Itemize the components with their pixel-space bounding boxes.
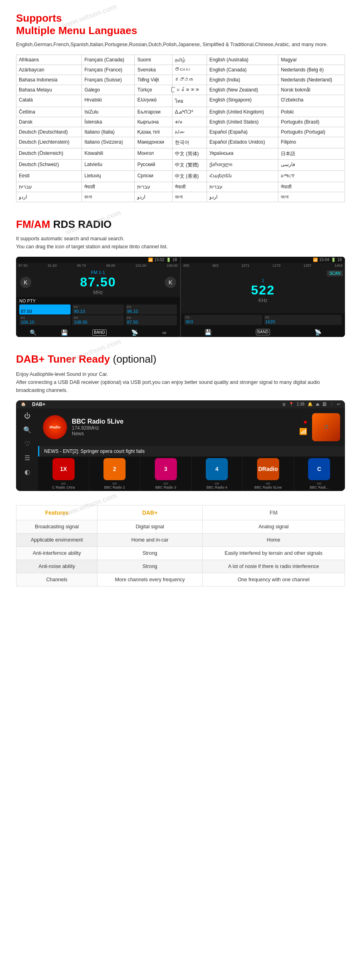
lang-cell-6-2: Кыргызча <box>135 117 172 127</box>
dab-back-icon: ↩ <box>337 402 340 406</box>
dab-list-icon[interactable]: ☰ <box>24 454 30 462</box>
dab-brightness-icon[interactable]: ◐ <box>24 468 30 476</box>
dab-time: 1:38 <box>297 402 304 406</box>
lang-cell-6-3: ቀ/ሀ <box>172 117 207 127</box>
comparison-cell-1-0: Applicable environment <box>16 533 97 546</box>
dab-logo-text: iRadio <box>49 425 61 429</box>
fm-tool-more[interactable]: ∞ <box>162 329 166 336</box>
comparison-cell-1-2: Home <box>203 533 345 546</box>
dab-search-icon[interactable]: 🔍 <box>23 426 31 434</box>
comparison-table: Features DAB+ FM Broadcasting signalDigi… <box>16 505 345 586</box>
am-preset-5[interactable]: P5 1620 <box>264 315 342 325</box>
dab-channel-badge-5: 0/0 <box>317 482 321 485</box>
fm-preset-4[interactable]: P4 106.10 <box>19 315 71 325</box>
dab-eject-icon: ⏏ <box>316 402 319 406</box>
lang-cell-1-3: తెలుగు <box>172 65 207 75</box>
dab-volume-icon: 🔔 <box>308 402 312 406</box>
dab-channel-4[interactable]: DRadio0/0BBC Radio 5Live <box>243 457 294 491</box>
lang-cell-0-5: Magyar <box>278 55 345 65</box>
lang-cell-6-4: English (United States) <box>207 117 278 127</box>
fm-prev-btn[interactable]: K <box>20 277 31 288</box>
fm-tool-search[interactable]: 🔍 <box>30 329 37 336</box>
dab-channel-name-5: BBC Radi... <box>310 485 329 489</box>
dab-channel-5[interactable]: C0/0BBC Radi... <box>294 457 345 491</box>
dab-channel-name-3: BBC Radio 4 <box>207 485 227 489</box>
am-time: 15:04 <box>319 258 329 262</box>
fm-toolbar: 🔍 💾 BAND 📡 ∞ <box>16 328 180 337</box>
lang-cell-1-2: Svenska <box>135 65 172 75</box>
dab-app-title: DAB+ <box>32 402 45 407</box>
fm-unit: MHz <box>31 290 165 295</box>
dab-channel-2[interactable]: 30/0BBC Radio 3 <box>140 457 192 491</box>
dab-bluetooth-icon: ψ <box>282 402 285 406</box>
dab-heart-icon[interactable]: ♥ <box>304 419 308 426</box>
lang-cell-13-0: اردو <box>16 192 82 202</box>
dab-station-logo: iRadio <box>43 415 67 439</box>
lang-cell-4-2: Ελληνικά <box>135 95 172 107</box>
lang-cell-0-1: Français (Canada) <box>82 55 135 65</box>
lang-cell-9-2: Монгол <box>135 148 172 159</box>
lang-cell-3-3: မြန်မာဘာသာ <box>172 85 207 95</box>
am-battery-val: 18 <box>337 258 342 262</box>
am-preset-2[interactable]: P2 603 <box>184 315 262 325</box>
lang-cell-2-0: Bahasa Indonesia <box>16 75 82 85</box>
lang-cell-10-2: Русский <box>135 159 172 170</box>
am-station-label: 1 <box>185 278 341 283</box>
am-scan-btn[interactable]: SCAN <box>327 270 343 276</box>
lang-cell-5-1: IsiZulu <box>82 107 135 117</box>
lang-cell-5-2: Български <box>135 107 172 117</box>
fm-presets: NO PTY P1 87.50 P2 90.10 P3 98.10 <box>16 297 180 328</box>
lang-cell-1-1: Français (France) <box>82 65 135 75</box>
fm-preset-3[interactable]: P3 98.10 <box>126 304 177 314</box>
fm-time: 15:02 <box>154 258 164 262</box>
languages-title-red: Multiple Menu Languaes <box>16 24 137 37</box>
fm-preset-2[interactable]: P2 90.10 <box>72 304 124 314</box>
lang-cell-7-2: Қазақ тілі <box>135 127 172 137</box>
am-tool-antenna[interactable]: 📡 <box>314 329 321 335</box>
dab-screenshot: 🏠 DAB+ ψ 📍 1:38 🔔 ⏏ 🖼 ⋮ ↩ ⏻ 🔍 ♡ ☰ ◐ <box>16 400 345 491</box>
lang-cell-12-1: नेपाली <box>82 182 135 192</box>
dab-channel-3[interactable]: 40/0BBC Radio 4 <box>192 457 243 491</box>
lang-cell-6-1: Íslenska <box>82 117 135 127</box>
fm-tool-band[interactable]: BAND <box>92 329 107 336</box>
lang-cell-3-1: Galego <box>82 85 135 95</box>
dab-channel-1[interactable]: 20/0BBC Radio 2 <box>89 457 141 491</box>
fm-tool-save[interactable]: 💾 <box>61 329 68 336</box>
lang-cell-0-4: English (Australia) <box>207 55 278 65</box>
fm-next-btn[interactable]: K <box>165 277 176 288</box>
dab-location-icon: 📍 <box>289 402 294 406</box>
lang-cell-11-2: Српски <box>135 170 172 182</box>
lang-cell-5-4: English (United Kingdom) <box>207 107 278 117</box>
am-tool-save[interactable]: 💾 <box>205 329 211 335</box>
fm-tool-antenna[interactable]: 📡 <box>131 329 138 336</box>
lang-cell-10-1: Latviešu <box>82 159 135 170</box>
comparison-cell-2-0: Anti-interfernce ability <box>16 546 97 560</box>
fm-station-label: FM 1-1 <box>31 270 165 275</box>
fm-prev-icon: K <box>24 279 27 286</box>
fm-preset-1[interactable]: P1 87.50 <box>19 304 71 314</box>
lang-cell-5-3: ᐃᓄᒃᑎᑐᑦ <box>172 107 207 117</box>
dab-channel-logo-3: 4 <box>206 458 228 480</box>
radio-title-red: FM/AM <box>16 218 50 230</box>
lang-cell-0-3: தமிழ் <box>172 55 207 65</box>
lang-cell-4-4: English (Singapore) <box>207 95 278 107</box>
lang-cell-10-4: ქართული <box>207 159 278 170</box>
dab-body: ⏻ 🔍 ♡ ☰ ◐ iRadio BBC Radio 5Live 174.928… <box>16 408 345 491</box>
dab-title-red: DAB+ Tuner Ready <box>16 353 110 365</box>
lang-cell-3-0: Bahasa Melayu <box>16 85 82 95</box>
dab-channel-badge-2: 0/0 <box>164 482 168 485</box>
lang-cell-5-0: Čeština <box>16 107 82 117</box>
fm-main-display: K FM 1-1 87.50 MHz K <box>16 268 180 297</box>
dab-power-icon[interactable]: ⏻ <box>24 412 30 420</box>
fm-preset-6[interactable]: P6 87.50 <box>126 315 177 325</box>
dab-heart-sidebar-icon[interactable]: ♡ <box>24 440 30 448</box>
fm-statusbar: 📶 15:02 🔋 18 <box>16 257 180 263</box>
lang-cell-11-0: Eesti <box>16 170 82 182</box>
fm-preset-5[interactable]: P5 108.00 <box>72 315 124 325</box>
lang-cell-13-3: বাংলা <box>172 192 207 202</box>
am-tool-band[interactable]: BAND <box>256 329 270 335</box>
radio-section: www.witson.com FM/AM RDS RADIO It suppor… <box>0 210 361 343</box>
dab-channel-0[interactable]: 1X0/0C Radio 1Xtra <box>38 457 89 491</box>
lang-cell-8-5: Filipino <box>278 137 345 148</box>
lang-cell-9-1: Kiswahili <box>82 148 135 159</box>
